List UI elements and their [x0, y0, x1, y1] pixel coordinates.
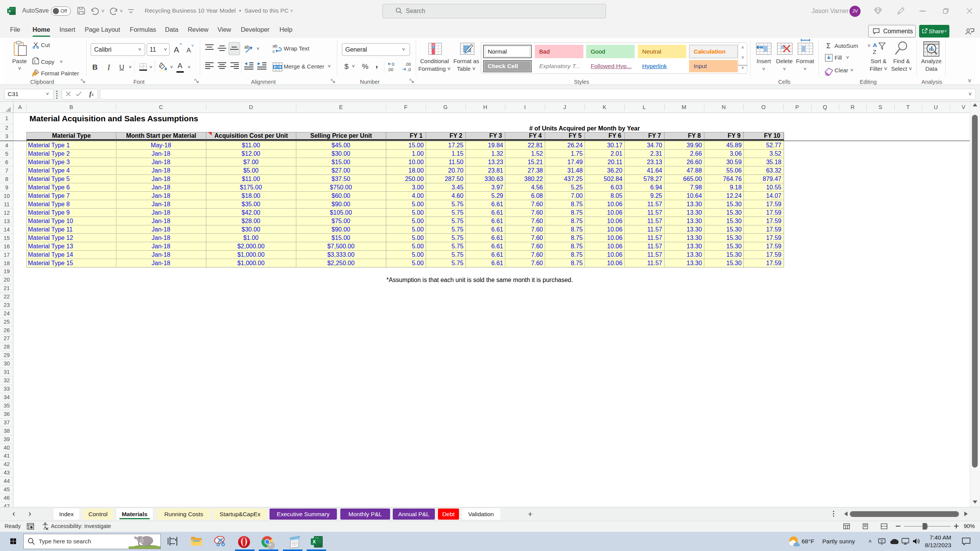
svg-text:.0: .0 [407, 67, 411, 72]
svg-text:ab: ab [244, 44, 250, 50]
svg-text:c: c [273, 49, 275, 54]
svg-text:ab: ab [273, 44, 278, 48]
svg-text:A: A [873, 42, 877, 48]
svg-text:X: X [312, 539, 316, 544]
svg-text:.00: .00 [387, 67, 393, 72]
svg-text:X: X [8, 9, 11, 13]
svg-text:Z: Z [873, 49, 876, 55]
svg-text:.00: .00 [405, 62, 411, 67]
svg-text:0: 0 [392, 62, 394, 67]
